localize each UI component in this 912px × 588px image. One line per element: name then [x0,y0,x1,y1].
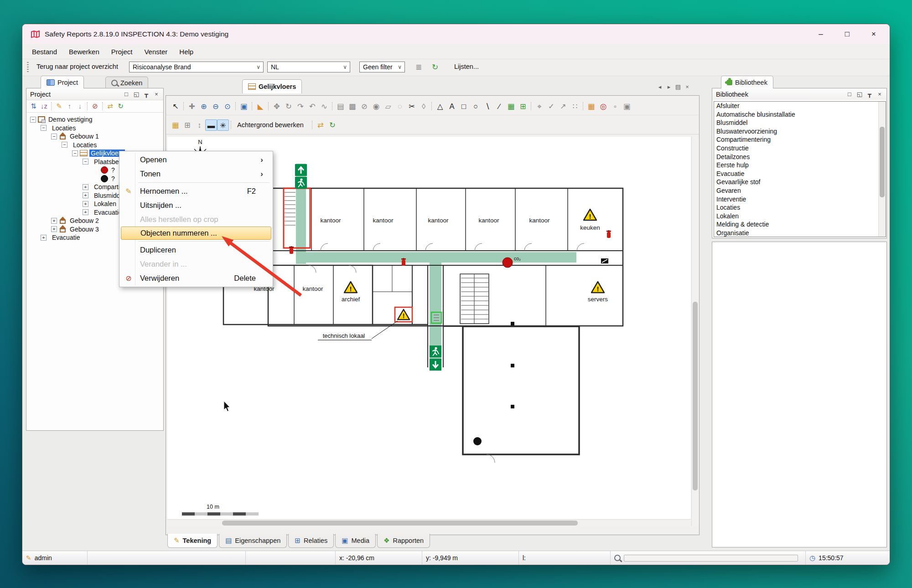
library-item[interactable]: Blusmiddel [714,119,886,127]
scroll-tabs-right-button[interactable]: ▸ [665,83,673,91]
tree-item[interactable]: − Locaties [26,124,163,133]
library-item[interactable]: Lokalen [714,212,886,221]
vertical-scrollbar[interactable] [691,137,699,526]
tab-zoeken[interactable]: Zoeken [105,77,148,88]
frame-icon[interactable]: ▣ [621,101,633,112]
context-menu-item[interactable]: Uitsnijden ... [121,198,271,212]
validate-icon[interactable]: ✓ [545,101,557,112]
library-item[interactable]: Afsluiter [714,102,886,110]
tree-item[interactable]: − Gebouw 1 [26,132,163,141]
library-item[interactable]: Eerste hulp [714,161,886,170]
separator[interactable] [51,102,52,110]
lists-button[interactable]: Lijsten... [454,63,479,70]
rotate-right-icon[interactable]: ↷ [295,101,306,112]
tree-expander[interactable]: + [83,192,88,198]
tree-expander[interactable]: + [51,226,57,232]
library-item[interactable]: Compartimentering [714,135,886,144]
maximize-panel-button[interactable]: □ [845,90,855,98]
filter-dropdown[interactable]: Geen filter∨ [359,62,405,72]
separator[interactable] [583,102,584,110]
tree-item[interactable]: − Locaties [26,141,163,150]
block-icon[interactable]: ⊘ [90,101,100,111]
zoom-in-icon[interactable]: ⊕ [198,101,210,112]
skew-icon[interactable]: ◊ [418,101,430,112]
move-object-icon[interactable]: ✥ [271,101,283,112]
tree-expander[interactable]: + [51,218,57,224]
zoom-slider[interactable] [624,555,798,562]
library-item[interactable]: Melding & detectie [714,220,886,229]
maximize-panel-button[interactable]: □ [121,90,131,98]
context-menu-item[interactable]: Dupliceren [121,243,271,257]
library-scrollbar[interactable] [878,102,886,237]
move-up-icon[interactable]: ↑ [64,101,75,111]
scalebar-toggle-icon[interactable]: ▬ [205,119,217,131]
context-menu-item[interactable]: Alles herstellen op crop [121,212,271,227]
context-menu-item[interactable]: Openen › [121,153,271,167]
library-scrollbar-thumb[interactable] [880,127,885,197]
tree-expander[interactable]: − [62,142,67,148]
line-tool-icon[interactable]: ∖ [482,101,493,112]
toolbar-grip-handle[interactable] [27,62,29,73]
tree-expander[interactable]: − [41,125,47,131]
bottom-tab[interactable]: ▣ Media [335,534,376,548]
tab-list-button[interactable]: ▤ [674,83,682,91]
target-icon[interactable]: ◎ [597,101,609,112]
maximize-button[interactable]: □ [834,24,860,44]
title-bar[interactable]: Safety Reports 2.8.19.0 INSPECTION 4.3: … [22,24,890,44]
library-item[interactable]: Gevaren [714,186,886,195]
tree-expander[interactable]: + [41,235,47,241]
menu-item[interactable]: Bestand [26,44,63,59]
small-square-icon[interactable]: ▫ [609,101,621,112]
pan-tool-icon[interactable]: ✚ [186,101,198,112]
separator[interactable] [183,102,184,110]
set-square-icon[interactable]: ◣ [254,101,266,112]
minimize-button[interactable]: – [808,24,834,44]
context-menu-item[interactable]: Objecten nummeren ... [121,227,271,240]
tree-expander[interactable]: − [83,159,88,165]
reshape-icon[interactable]: ∿ [318,101,330,112]
block-icon[interactable]: ⊘ [358,101,370,112]
context-menu-item[interactable]: ✎ Hernoemen ... F2 [121,184,271,198]
select-tool-icon[interactable]: ↖ [170,101,181,112]
separator[interactable] [102,102,103,110]
approve-icon[interactable]: ◉ [370,101,382,112]
library-item[interactable]: Constructie [714,144,886,153]
swap-icon[interactable]: ⇄ [105,101,115,111]
vertical-scrollbar-thumb[interactable] [693,302,698,490]
background-edit-label[interactable]: Achtergrond bewerken [237,121,304,129]
grid-color-icon[interactable]: ▦ [586,101,597,112]
crop-icon[interactable]: ✂ [406,101,418,112]
context-menu-item[interactable] [138,241,269,242]
float-panel-button[interactable]: ◱ [855,90,865,98]
pin-panel-button[interactable]: ┳ [141,90,151,98]
scroll-tabs-left-button[interactable]: ◂ [656,83,663,91]
close-panel-button[interactable]: × [875,90,885,98]
close-panel-button[interactable]: × [151,90,161,98]
separator[interactable] [235,102,236,110]
open-shape-icon[interactable]: ▱ [382,101,394,112]
context-menu-item[interactable]: Verander in ... [121,257,271,271]
fit-screen-icon[interactable]: ▣ [238,101,250,112]
pin-panel-button[interactable]: ┳ [865,90,875,98]
refresh-icon[interactable]: ↻ [326,119,338,131]
ellipse-tool-icon[interactable]: ○ [470,101,482,112]
menu-item[interactable]: Project [105,44,139,59]
separator[interactable] [268,102,269,110]
separator[interactable] [87,102,88,110]
marquee-icon[interactable]: ◌ [394,101,406,112]
close-button[interactable]: × [860,24,887,44]
grid-icon[interactable]: ▦ [170,119,181,131]
library-item[interactable]: Automatische blusinstallatie [714,110,886,119]
menu-item[interactable]: Help [173,44,199,59]
rotate-object-icon[interactable]: ↻ [283,101,295,112]
separator[interactable] [531,102,532,110]
sort-alpha-icon[interactable]: ↓z [39,101,49,111]
library-item[interactable]: Interventie [714,195,886,204]
library-item[interactable]: Organisatie [714,229,886,237]
tree-expander[interactable]: − [30,117,36,123]
float-panel-button[interactable]: ◱ [131,90,141,98]
library-item[interactable]: Gevaarlijke stof [714,178,886,186]
zoom-out-icon[interactable]: ⊖ [210,101,222,112]
bottom-tab[interactable]: ❖ Rapporten [377,534,430,548]
bottom-tab[interactable]: ⊞ Relaties [288,534,334,548]
